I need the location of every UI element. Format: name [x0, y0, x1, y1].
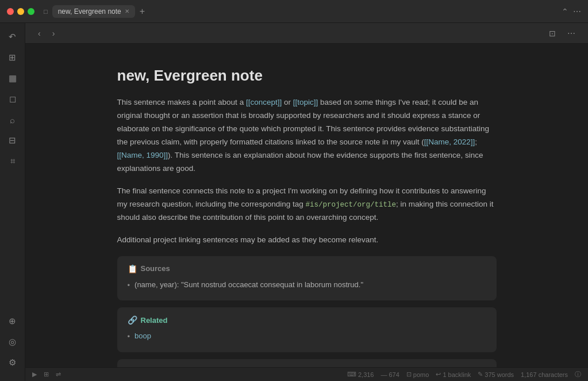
- traffic-lights: [7, 8, 34, 15]
- word-count-2: 375 words: [485, 371, 514, 378]
- stats-count: 2,316: [358, 371, 374, 378]
- source-bullet-1: •: [128, 280, 130, 292]
- sources-callout: 📋 Sources • (name, year): "Sunt nostrud …: [117, 256, 497, 301]
- status-word-count-2: ✎ 375 words: [478, 371, 514, 378]
- plugins-icon: ⊕: [9, 316, 16, 326]
- info-icon: ⓘ: [575, 370, 581, 379]
- titlebar: □ new, Evergreen note ✕ + ⌃ ⋯: [0, 0, 588, 23]
- calendar-icon: ▦: [9, 73, 17, 83]
- tab-close-button[interactable]: ✕: [125, 8, 129, 14]
- sync-icon: ⇌: [56, 371, 61, 378]
- backlink-count: 1 backlink: [443, 371, 471, 378]
- view-icon: ⊞: [44, 371, 49, 378]
- sidebar-item-plugins[interactable]: ⊕: [3, 312, 22, 330]
- mode-icon: ▶: [32, 371, 37, 378]
- tag-project[interactable]: #is/project/org/title: [305, 201, 396, 209]
- paragraph-1: This sentence makes a point about a [[co…: [117, 96, 497, 176]
- metadata-callout: ℹ️ Metadata ◆ #is/evergreen/unsubstantia…: [117, 359, 497, 367]
- related-link-boop[interactable]: boop: [134, 330, 151, 342]
- related-bullet-1: •: [128, 331, 130, 343]
- active-tab[interactable]: new, Evergreen note ✕: [52, 5, 135, 18]
- sidebar-item-table[interactable]: ⊟: [3, 131, 22, 150]
- tag-icon: ⌗: [10, 156, 15, 166]
- status-view: ⊞: [44, 371, 49, 378]
- related-header: 🔗 Related: [128, 315, 486, 325]
- paragraph-3: Additional project linking sentences may…: [117, 234, 497, 247]
- link-name-2022[interactable]: [[Name, 2022]]: [424, 138, 475, 146]
- tab-bar: □ new, Evergreen note ✕ +: [44, 5, 557, 18]
- titlebar-right: ⌃ ⋯: [562, 7, 581, 16]
- status-pomo: ⊡ pomo: [406, 371, 429, 378]
- source-text-1: (name, year): "Sunt nostrud occaecat con…: [134, 279, 363, 291]
- sidebar-item-tag[interactable]: ⌗: [3, 152, 22, 170]
- statusbar-right: ⌨ 2,316 — 674 ⊡ pomo ↩ 1 backlink ✎ 37: [347, 370, 581, 379]
- status-words: — 674: [381, 371, 399, 378]
- related-callout: 🔗 Related • boop: [117, 307, 497, 352]
- pomo-label: pomo: [413, 371, 429, 378]
- sidebar-item-file[interactable]: ◻: [3, 90, 22, 108]
- tab-label: new, Evergreen note: [58, 7, 121, 16]
- note-title: new, Evergreen note: [117, 67, 497, 85]
- close-button[interactable]: [7, 8, 14, 15]
- paragraph-2: The final sentence connects this note to…: [117, 185, 497, 224]
- content-area[interactable]: new, Evergreen note This sentence makes …: [83, 44, 531, 367]
- stats-icon: ⌨: [347, 371, 356, 378]
- new-tab-button[interactable]: +: [137, 6, 147, 17]
- help-icon: ◎: [9, 337, 16, 347]
- sources-title: Sources: [141, 264, 170, 273]
- back-icon: ↶: [9, 32, 16, 42]
- reading-mode-button[interactable]: ⊡: [545, 28, 559, 39]
- file-icon: ◻: [9, 94, 16, 104]
- sidebar-item-settings[interactable]: ⚙: [3, 353, 22, 372]
- chars-count: 1,167 characters: [521, 371, 568, 378]
- backlink-icon: ↩: [436, 371, 441, 378]
- toolbar: ‹ › ⊡ ⋯: [25, 23, 588, 44]
- sidebar-item-help[interactable]: ◎: [3, 333, 22, 351]
- more-options-button[interactable]: ⋯: [573, 7, 581, 16]
- sidebar-item-calendar[interactable]: ▦: [3, 69, 22, 87]
- sidebar-left: ↶ ⊞ ▦ ◻ ⌕ ⊟ ⌗ ⊕: [0, 23, 25, 381]
- pomo-icon: ⊡: [406, 371, 412, 378]
- maximize-button[interactable]: [28, 8, 34, 15]
- sidebar-item-search[interactable]: ⌕: [3, 111, 22, 129]
- sidebar-item-grid[interactable]: ⊞: [3, 48, 22, 67]
- link-name-1990[interactable]: [[Name, 1990]]: [117, 151, 168, 159]
- tab-icon: □: [44, 8, 48, 15]
- forward-nav-button[interactable]: ›: [49, 28, 59, 39]
- status-chars: 1,167 characters: [521, 371, 568, 378]
- back-nav-button[interactable]: ‹: [34, 28, 44, 39]
- sidebar-left-bottom: ⊕ ◎ ⚙: [3, 312, 22, 376]
- link-topic[interactable]: [[topic]]: [293, 98, 318, 106]
- status-stats: ⌨ 2,316: [347, 371, 374, 378]
- pencil-icon: ✎: [478, 371, 483, 378]
- status-info: ⓘ: [575, 370, 581, 379]
- words-count: 674: [389, 371, 399, 378]
- statusbar: ▶ ⊞ ⇌ ⌨ 2,316 — 674 ⊡ pomo: [25, 367, 588, 381]
- sources-header: 📋 Sources: [128, 264, 486, 273]
- more-button[interactable]: ⋯: [564, 28, 579, 39]
- minimize-button[interactable]: [17, 8, 24, 15]
- source-item-1: • (name, year): "Sunt nostrud occaecat c…: [128, 278, 486, 293]
- sidebar-left-top: ↶ ⊞ ▦ ◻ ⌕ ⊟ ⌗: [3, 28, 22, 310]
- settings-icon: ⚙: [9, 357, 16, 368]
- sources-icon: 📋: [128, 264, 137, 273]
- grid-icon: ⊞: [9, 52, 16, 63]
- content-wrapper: ‹ › ⊡ ⋯ new, Evergreen note This sentenc…: [25, 23, 588, 381]
- search-icon: ⌕: [10, 115, 15, 125]
- table-icon: ⊟: [9, 135, 16, 146]
- related-icon: 🔗: [128, 315, 137, 325]
- link-concept[interactable]: [[concept]]: [246, 98, 282, 106]
- words-icon: —: [381, 371, 387, 378]
- app-body: ↶ ⊞ ▦ ◻ ⌕ ⊟ ⌗ ⊕: [0, 23, 588, 381]
- status-backlinks: ↩ 1 backlink: [436, 371, 471, 378]
- sidebar-item-back[interactable]: ↶: [3, 28, 22, 46]
- related-item-1: • boop: [128, 329, 486, 344]
- note-body: This sentence makes a point about a [[co…: [117, 96, 497, 247]
- status-mode: ▶: [32, 371, 37, 378]
- sidebar-toggle-button[interactable]: ⌃: [562, 7, 568, 16]
- status-sync: ⇌: [56, 371, 61, 378]
- related-title: Related: [141, 316, 168, 325]
